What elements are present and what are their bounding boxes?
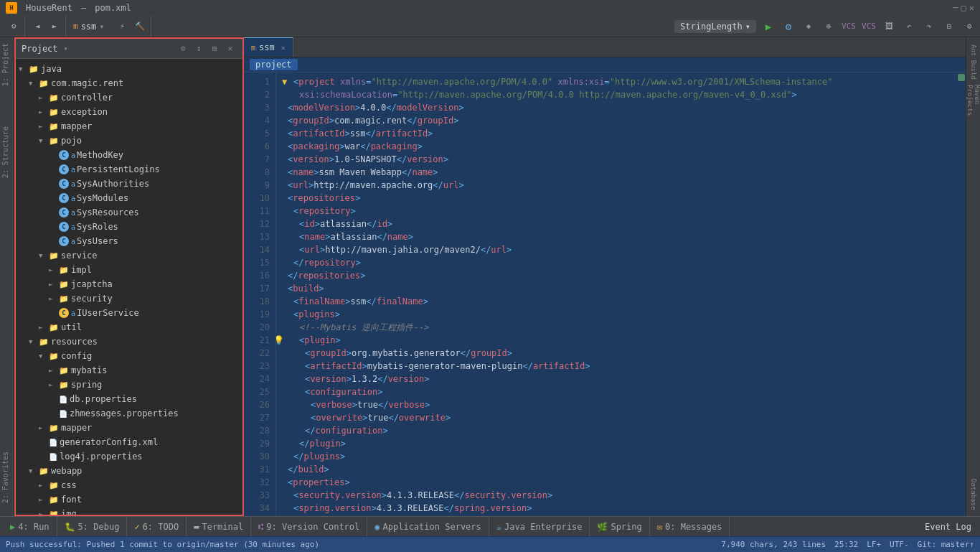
vcs-btn2[interactable]: VCS [861, 19, 877, 34]
structure-label[interactable]: 2: Structure [0, 121, 14, 184]
search-btn[interactable]: ⊟ [941, 19, 957, 34]
tab-close-ssm[interactable]: ✕ [281, 44, 286, 52]
app-title: HouseRent [26, 3, 72, 13]
forward-btn[interactable]: ► [47, 19, 62, 34]
tree-item-methodkey[interactable]: C a MethodKey [16, 148, 242, 162]
tree-item-mybatis[interactable]: ► 📁 mybatis [16, 363, 242, 378]
tree-item-service[interactable]: ▼ 📁 service [16, 248, 242, 263]
folder-icon-controller: 📁 [49, 93, 59, 103]
project-panel: Project ▾ ⚙ ↕ ⊞ ✕ ▼ 📁 java ▼ 📁 com. [14, 37, 244, 516]
tab-spring[interactable]: 🌿 Spring [590, 517, 649, 536]
tab-appservers[interactable]: ◉ Application Servers [367, 517, 489, 536]
ant-build-panel[interactable]: Ant Build [968, 40, 979, 83]
tab-versioncontrol[interactable]: ⑆ 9: Version Control [251, 517, 367, 536]
tab-terminal[interactable]: ▬ Terminal [187, 517, 251, 536]
tree-item-config[interactable]: ▼ 📁 config [16, 349, 242, 363]
tree-item-persistentlogins[interactable]: C a PersistentLogins [16, 162, 242, 177]
label-exception: exception [61, 107, 108, 117]
undo-btn[interactable]: ↶ [901, 19, 917, 34]
code-line-9: <url>http://maven.apache.org</url> [282, 179, 951, 192]
label-security: security [71, 294, 113, 304]
database-panel[interactable]: Database [968, 473, 979, 516]
tree-item-iuserservice[interactable]: C a IUserService [16, 306, 242, 320]
tree-item-log4j[interactable]: 📄 log4j.properties [16, 449, 242, 464]
event-log-btn[interactable]: Event Log [919, 522, 977, 532]
close-btn[interactable]: ✕ [969, 3, 974, 13]
debug-btn[interactable]: ⚙ [781, 19, 796, 34]
tree-item-mapper2[interactable]: ► 📁 mapper [16, 421, 242, 435]
vcs-btn1[interactable]: VCS [841, 19, 857, 34]
tree-item-java[interactable]: ▼ 📁 java [16, 62, 242, 76]
ln: 4 [247, 114, 270, 127]
minimize-btn[interactable]: ─ [953, 3, 958, 13]
appservers-icon: ◉ [374, 522, 380, 532]
tab-ssm[interactable]: m ssm ✕ [244, 37, 293, 57]
tree-item-sysresources[interactable]: C a SysResources [16, 205, 242, 220]
tree-item-sysmodules[interactable]: C a SysModules [16, 191, 242, 205]
ln: 7 [247, 153, 270, 166]
tree-item-security[interactable]: ► 📁 security [16, 291, 242, 306]
arrow-pojo: ▼ [39, 137, 49, 144]
tree-item-css[interactable]: ► 📁 css [16, 478, 242, 492]
project-label[interactable]: 1: Project [0, 37, 14, 92]
ln: 28 [247, 424, 270, 437]
tree-item-resources[interactable]: ▼ 📁 resources [16, 335, 242, 349]
ln: 14 [247, 243, 270, 256]
tree-item-img[interactable]: ► 📁 img [16, 507, 242, 515]
project-dropdown-arrow[interactable]: ▾ [64, 45, 68, 52]
tree-item-com[interactable]: ▼ 📁 com.magic.rent [16, 76, 242, 90]
tree-item-jcaptcha[interactable]: ► 📁 jcaptcha [16, 277, 242, 291]
history-btn[interactable]: 🖼 [881, 19, 897, 34]
code-line-6: <packaging>war</packaging> [282, 140, 951, 153]
build-btn[interactable]: 🔨 [132, 19, 148, 34]
tab-run[interactable]: ▶ 4: Run [3, 517, 57, 536]
tab-todo[interactable]: ✓ 6: TODO [127, 517, 187, 536]
tree-item-sysusers[interactable]: C a SysUsers [16, 234, 242, 248]
profile-btn[interactable]: ⊕ [821, 19, 837, 34]
tree-item-util[interactable]: ► 📁 util [16, 320, 242, 335]
class-icon-methodkey: C [59, 150, 69, 160]
sync-btn[interactable]: ⚡ [115, 19, 131, 34]
gear-btn[interactable]: ⚙ [961, 19, 977, 34]
tree-item-webapp[interactable]: ▼ 📁 webapp [16, 464, 242, 478]
favorites-label[interactable]: 2: Favorites [0, 446, 14, 509]
code-editor[interactable]: ▼ <project xmlns="http://maven.apache.or… [276, 72, 957, 516]
tree-item-font[interactable]: ► 📁 font [16, 492, 242, 507]
label-service: service [61, 251, 98, 261]
ln: 9 [247, 179, 270, 192]
maven-projects-panel[interactable]: Maven Projects [968, 85, 979, 128]
label-util: util [61, 322, 82, 332]
tab-messages[interactable]: ✉ 0: Messages [650, 517, 730, 536]
panel-gear-icon[interactable]: ⊞ [208, 42, 221, 55]
tree-item-sysauthorities[interactable]: C a SysAuthorities [16, 177, 242, 191]
module-selector[interactable]: m ssm ▾ [67, 22, 110, 32]
status-message: Push successful: Pushed 1 commit to orig… [6, 540, 712, 549]
tree-item-impl[interactable]: ► 📁 impl [16, 263, 242, 277]
panel-collapse-icon[interactable]: ↕ [192, 42, 205, 55]
tab-debug[interactable]: 🐛 5: Debug [57, 517, 128, 536]
arrow-webapp: ▼ [29, 467, 39, 474]
label-img: img [61, 509, 77, 515]
tree-item-exception[interactable]: ► 📁 exception [16, 105, 242, 119]
tab-javaenterprise[interactable]: ☕ Java Enterprise [489, 517, 590, 536]
redo-btn[interactable]: ↷ [921, 19, 937, 34]
panel-close-icon[interactable]: ✕ [224, 42, 237, 55]
tree-item-zhmessages[interactable]: 📄 zhmessages.properties [16, 406, 242, 421]
tree-item-mapper[interactable]: ► 📁 mapper [16, 119, 242, 134]
tree-item-controller[interactable]: ► 📁 controller [16, 90, 242, 105]
back-btn[interactable]: ◄ [29, 19, 45, 34]
app-icon: H [6, 2, 17, 14]
coverage-btn[interactable]: ◈ [801, 19, 816, 34]
tree-item-spring[interactable]: ► 📁 spring [16, 378, 242, 392]
panel-settings-icon[interactable]: ⚙ [176, 42, 189, 55]
settings-icon[interactable]: ⚙ [6, 19, 22, 34]
title-bar: H HouseRent – pom.xml ─ □ ✕ [0, 0, 980, 16]
maximize-btn[interactable]: □ [961, 3, 966, 13]
tree-item-pojo[interactable]: ▼ 📁 pojo [16, 134, 242, 148]
tree-item-generatorconfig[interactable]: 📄 generatorConfig.xml [16, 435, 242, 449]
folder-icon-service: 📁 [49, 251, 59, 261]
stringlength-dropdown[interactable]: StringLength ▾ [674, 20, 756, 33]
run-btn[interactable]: ▶ [760, 19, 776, 34]
tree-item-sysroles[interactable]: C a SysRoles [16, 220, 242, 234]
tree-item-db-properties[interactable]: 📄 db.properties [16, 392, 242, 406]
